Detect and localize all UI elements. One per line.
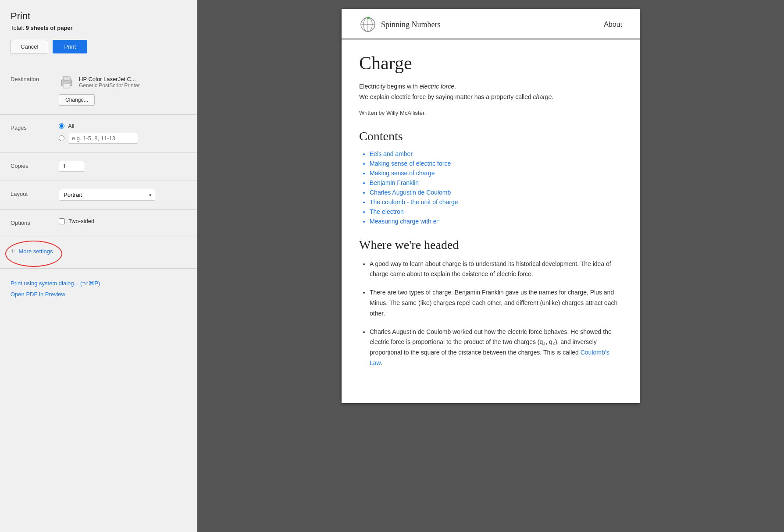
pages-custom-row[interactable] <box>59 133 186 144</box>
page-intro: Electricity begins with electric force. … <box>359 82 622 103</box>
copies-content <box>59 161 186 172</box>
copies-input[interactable] <box>59 161 85 172</box>
where-heading: Where we're headed <box>359 238 622 252</box>
intro-line2-end: . <box>552 93 553 100</box>
contents-item-4[interactable]: Charles Augustin de Coulomb <box>370 189 622 196</box>
pages-all-label: All <box>68 123 74 129</box>
layout-select-wrapper: Portrait Landscape ▾ <box>59 189 155 201</box>
page-title: Charge <box>359 53 622 74</box>
more-settings-link[interactable]: More settings <box>19 248 53 255</box>
layout-content: Portrait Landscape ▾ <box>59 189 186 201</box>
layout-select[interactable]: Portrait Landscape <box>59 189 155 201</box>
print-button[interactable]: Print <box>53 40 87 53</box>
divider4 <box>0 181 197 181</box>
logo-text: Spinning Numbers <box>381 20 441 29</box>
printer-name: HP Color LaserJet C... <box>79 76 140 82</box>
bullet-item-2: Charles Augustin de Coulomb worked out h… <box>370 327 622 369</box>
preview-panel: Spinning Numbers About Charge Electricit… <box>197 0 784 532</box>
about-link[interactable]: About <box>604 21 622 28</box>
svg-point-8 <box>367 17 370 19</box>
print-title: Print <box>11 11 186 22</box>
plus-icon: + <box>11 247 15 256</box>
total-label: Total: <box>11 25 24 31</box>
destination-label: Destination <box>11 74 59 82</box>
divider5 <box>0 209 197 210</box>
cancel-button[interactable]: Cancel <box>11 40 48 53</box>
page-author: Written by Willy McAllister. <box>359 110 622 116</box>
bullet-item-0: A good way to learn about charge is to u… <box>370 259 622 280</box>
divider7 <box>0 268 197 269</box>
two-sided-label: Two-sided <box>68 218 94 224</box>
divider <box>0 66 197 66</box>
spinning-numbers-logo <box>359 16 377 33</box>
pages-content: All <box>59 123 186 144</box>
two-sided-row[interactable]: Two-sided <box>59 218 186 224</box>
bullets-list: A good way to learn about charge is to u… <box>359 259 622 369</box>
destination-info: HP Color LaserJet C... Generic PostScrip… <box>59 74 186 90</box>
pages-custom-radio[interactable] <box>59 135 64 141</box>
printer-details: HP Color LaserJet C... Generic PostScrip… <box>79 76 140 89</box>
options-label: Options <box>11 218 59 226</box>
pages-all-row[interactable]: All <box>59 123 186 129</box>
intro-line1-end: . <box>454 83 456 90</box>
change-button[interactable]: Change... <box>59 94 95 106</box>
bottom-links: Print using system dialog... (⌥⌘P) Open … <box>11 280 186 298</box>
contents-heading: Contents <box>359 129 622 143</box>
svg-point-3 <box>70 82 71 83</box>
svg-rect-1 <box>63 77 70 80</box>
page-preview: Spinning Numbers About Charge Electricit… <box>342 9 640 403</box>
copies-label: Copies <box>11 161 59 169</box>
system-dialog-link[interactable]: Print using system dialog... (⌥⌘P) <box>11 280 186 287</box>
action-buttons: Cancel Print <box>11 40 186 53</box>
intro-line2-start: We explain electric force by saying matt… <box>359 93 533 100</box>
page-header: Spinning Numbers About <box>342 9 640 39</box>
intro-line2-italic: charge <box>533 93 552 100</box>
divider6 <box>0 235 197 235</box>
print-total: Total: 9 sheets of paper <box>11 25 186 31</box>
pages-options: All <box>59 123 186 144</box>
contents-item-5[interactable]: The coulomb - the unit of charge <box>370 199 622 206</box>
layout-row: Layout Portrait Landscape ▾ <box>11 189 186 201</box>
logo-area: Spinning Numbers <box>359 16 441 33</box>
pages-all-radio[interactable] <box>59 123 64 129</box>
pages-custom-input[interactable] <box>68 133 138 144</box>
two-sided-checkbox[interactable] <box>59 218 65 224</box>
pages-row: Pages All <box>11 123 186 144</box>
destination-content: HP Color LaserJet C... Generic PostScrip… <box>59 74 186 106</box>
contents-item-2[interactable]: Making sense of charge <box>370 170 622 177</box>
copies-row: Copies <box>11 161 186 172</box>
contents-list: Eels and amberMaking sense of electric f… <box>359 150 622 225</box>
contents-item-7[interactable]: Measuring charge with e⁻ <box>370 218 622 225</box>
page-body: Charge Electricity begins with electric … <box>342 39 640 394</box>
contents-item-0[interactable]: Eels and amber <box>370 150 622 157</box>
divider3 <box>0 153 197 153</box>
print-panel: Print Total: 9 sheets of paper Cancel Pr… <box>0 0 197 532</box>
contents-item-3[interactable]: Benjamin Franklin <box>370 179 622 186</box>
intro-line1-italic: electric force <box>420 83 454 90</box>
printer-sub: Generic PostScript Printer <box>79 82 140 89</box>
more-settings-row: + More settings <box>11 247 186 256</box>
bullet-item-1: There are two types of charge. Benjamin … <box>370 287 622 319</box>
options-content: Two-sided <box>59 218 186 224</box>
pages-label: Pages <box>11 123 59 131</box>
pdf-preview-link[interactable]: Open PDF in Preview <box>11 291 186 298</box>
contents-item-6[interactable]: The electron <box>370 208 622 215</box>
layout-label: Layout <box>11 189 59 197</box>
options-row: Options Two-sided <box>11 218 186 226</box>
divider2 <box>0 114 197 115</box>
coulombs-law-link[interactable]: Coulomb's Law <box>370 349 609 366</box>
destination-row: Destination HP Color LaserJet C... Gener… <box>11 74 186 106</box>
total-value: 9 sheets of paper <box>26 25 73 31</box>
intro-line1-start: Electricity begins with <box>359 83 420 90</box>
printer-icon <box>59 74 75 90</box>
contents-item-1[interactable]: Making sense of electric force <box>370 160 622 167</box>
svg-rect-2 <box>63 84 70 88</box>
